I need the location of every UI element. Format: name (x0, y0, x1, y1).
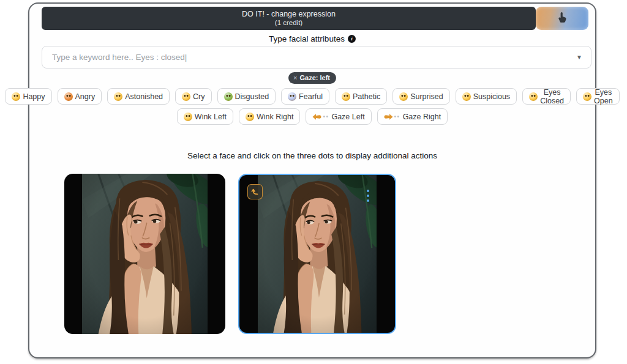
chevron-down-icon[interactable]: ▼ (576, 54, 582, 61)
attribute-chips-row2: Wink LeftWink Right••Gaze Left••Gaze Rig… (29, 108, 595, 125)
surprised-emoji (399, 92, 408, 101)
chip-label: Pathetic (353, 92, 380, 101)
export-arrow-icon[interactable] (247, 184, 263, 199)
chip-label: Gaze Right (403, 113, 441, 121)
chip-surprised[interactable]: Surprised (392, 88, 450, 105)
chip-disgusted[interactable]: Disgusted (217, 88, 276, 105)
tag-label: Gaze: left (299, 74, 330, 81)
chip-label: Suspicious (473, 92, 510, 101)
chip-label: Wink Right (257, 113, 293, 121)
do-it-label: DO IT! - change expression (242, 10, 336, 18)
selected-attribute-tag[interactable]: × Gaze: left (288, 72, 336, 84)
info-icon[interactable]: i (348, 35, 356, 43)
chip-label: Astonished (125, 92, 163, 101)
chip-cry[interactable]: Cry (175, 88, 211, 105)
attributes-label-row: Type facial attributes i (29, 33, 595, 44)
chip-eyes-open[interactable]: Eyes Open (576, 88, 620, 105)
eyes-dots-icon: •• (323, 113, 329, 120)
gallery-instruction: Select a face and click on the three dot… (29, 151, 595, 160)
chip-label: Eyes Closed (540, 88, 564, 105)
happy-emoji (12, 92, 20, 101)
do-it-credits: (1 credit) (275, 20, 302, 27)
chip-label: Wink Left (195, 113, 227, 121)
wink-emoji (184, 113, 192, 121)
chip-wink-left[interactable]: Wink Left (177, 108, 233, 125)
chip-label: Angry (75, 92, 96, 101)
attributes-label: Type facial attributes (269, 34, 345, 43)
attribute-chips-row1: HappyAngryAstonishedCryDisgustedFearfulP… (29, 88, 595, 105)
chip-gaze-left[interactable]: ••Gaze Left (306, 108, 371, 125)
tutorial-button[interactable] (536, 7, 588, 30)
chip-fearful[interactable]: Fearful (281, 88, 329, 105)
chip-astonished[interactable]: Astonished (107, 88, 170, 105)
do-it-button[interactable]: DO IT! - change expression (1 credit) (42, 7, 536, 30)
chip-eyes-closed[interactable]: Eyes Closed (522, 88, 571, 105)
chip-pathetic[interactable]: Pathetic (335, 88, 387, 105)
original-face-photo (82, 174, 208, 334)
angry-emoji (64, 92, 73, 101)
pointing-right-hand-emoji (384, 113, 393, 121)
chip-happy[interactable]: Happy (5, 88, 51, 105)
disgusted-emoji (224, 92, 233, 101)
astonished-emoji (114, 92, 122, 101)
chip-label: Happy (23, 92, 45, 101)
wink-emoji (246, 113, 254, 121)
eyes-closed-emoji (529, 92, 538, 101)
face-gallery (64, 174, 396, 334)
face-card-result-selected[interactable] (238, 174, 396, 334)
app-card: DO IT! - change expression (1 credit) Ty… (28, 2, 596, 358)
chip-label: Fearful (299, 92, 323, 101)
chip-label: Disgusted (235, 92, 269, 101)
crying-emoji (182, 92, 190, 101)
chip-wink-right[interactable]: Wink Right (239, 108, 300, 125)
pointing-hand-icon (557, 12, 567, 25)
eyes-dots-icon: •• (394, 113, 400, 120)
remove-tag-icon[interactable]: × (293, 74, 297, 81)
chip-label: Surprised (410, 92, 443, 101)
chip-suspicious[interactable]: Suspicious (456, 88, 517, 105)
chip-label: Eyes Open (594, 88, 613, 105)
chip-gaze-right[interactable]: ••Gaze Right (377, 108, 448, 125)
chip-angry[interactable]: Angry (58, 88, 102, 105)
result-face-photo (258, 175, 377, 333)
three-dots-menu-icon[interactable] (364, 187, 372, 204)
pensive-emoji (342, 92, 350, 101)
selected-tags-row: × Gaze: left (29, 72, 595, 84)
keyword-input[interactable] (51, 52, 571, 62)
face-card-original[interactable] (64, 174, 225, 334)
pointing-left-hand-emoji (312, 113, 321, 121)
keyword-combobox[interactable]: ▼ (42, 46, 591, 69)
suspicious-emoji (462, 92, 471, 101)
chip-label: Gaze Left (331, 113, 364, 121)
fearful-emoji (288, 92, 296, 101)
chip-label: Cry (193, 92, 205, 101)
eyes-open-emoji (583, 92, 591, 101)
